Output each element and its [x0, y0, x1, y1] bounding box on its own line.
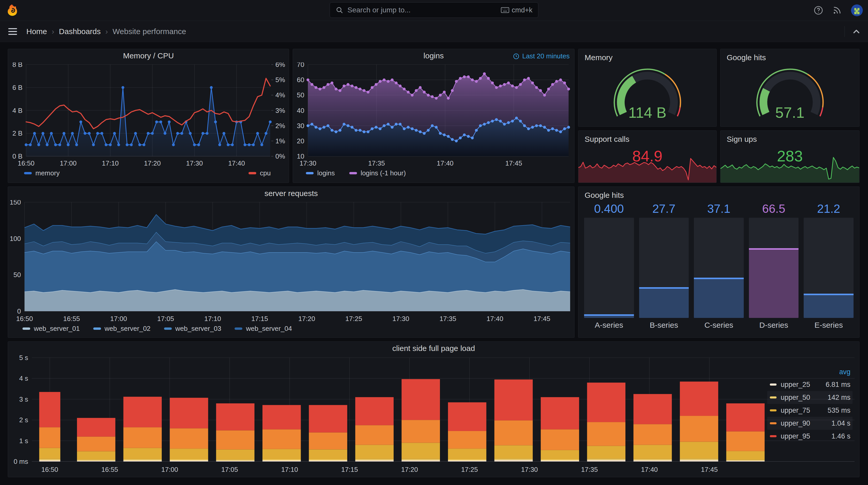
- search-icon: [336, 6, 343, 14]
- svg-text:40: 40: [297, 107, 304, 115]
- legend-item-memory[interactable]: memory: [24, 169, 60, 177]
- legend-header-avg[interactable]: avg: [767, 368, 852, 376]
- svg-text:16:50: 16:50: [18, 159, 34, 167]
- svg-text:17:00: 17:00: [161, 465, 178, 473]
- support-calls-sparkline[interactable]: [579, 154, 716, 183]
- svg-text:0%: 0%: [275, 152, 285, 160]
- svg-text:16:50: 16:50: [41, 465, 58, 473]
- panel-logins: logins Last 20 minutes 1020304050607017:…: [293, 49, 575, 183]
- client-load-legend: avg upper_256.81 ms upper_50142 ms upper…: [767, 368, 852, 443]
- legend-item-upper-95[interactable]: upper_951.46 s: [767, 430, 852, 443]
- svg-text:70: 70: [297, 63, 304, 68]
- svg-text:17:10: 17:10: [204, 315, 221, 323]
- panel-google-hits-bars: Google hits 0.400 A-series 27.7 B-series…: [578, 187, 860, 338]
- svg-text:30: 30: [297, 122, 304, 130]
- svg-text:17:05: 17:05: [221, 465, 238, 473]
- sign-ups-sparkline[interactable]: [720, 154, 859, 183]
- breadcrumb-separator: ›: [105, 27, 108, 36]
- svg-text:3 s: 3 s: [19, 395, 28, 403]
- svg-text:17:30: 17:30: [186, 159, 203, 167]
- svg-text:2%: 2%: [275, 122, 285, 130]
- breadcrumb-bar: Home › Dashboards › Website performance: [0, 21, 868, 42]
- bar-gauge[interactable]: 0.400 A-series 27.7 B-series 37.1 C-seri…: [579, 200, 859, 332]
- svg-text:20: 20: [297, 137, 304, 145]
- legend-item-cpu[interactable]: cpu: [249, 169, 271, 177]
- gauge-value: 57.1: [720, 104, 859, 121]
- panel-client-load: client side full page load 0 ms1 s2 s3 s…: [8, 342, 860, 477]
- client-load-chart[interactable]: 0 ms1 s2 s3 s4 s5 s16:5016:5517:0017:051…: [10, 355, 859, 477]
- bar-gauge-d-series: 66.5 D-series: [749, 202, 799, 331]
- svg-text:17:10: 17:10: [281, 465, 298, 473]
- legend-item-web-server-04[interactable]: web_server_04: [235, 325, 292, 333]
- svg-text:10: 10: [297, 152, 304, 160]
- breadcrumb-current: Website performance: [113, 27, 186, 36]
- svg-text:50: 50: [297, 91, 304, 99]
- breadcrumb-dashboards[interactable]: Dashboards: [59, 27, 101, 36]
- svg-text:17:15: 17:15: [251, 315, 268, 323]
- svg-text:4 B: 4 B: [12, 107, 23, 115]
- logins-chart[interactable]: 1020304050607017:3017:3517:4017:45: [295, 63, 574, 169]
- time-range-label[interactable]: Last 20 minutes: [513, 52, 570, 60]
- top-nav: Search or jump to... cmd+k: [0, 0, 868, 21]
- panel-title[interactable]: server requests: [8, 187, 574, 200]
- help-icon[interactable]: [814, 6, 823, 15]
- svg-text:17:35: 17:35: [368, 159, 385, 167]
- legend-item-upper-50[interactable]: upper_50142 ms: [767, 391, 852, 404]
- keyboard-icon: [501, 7, 509, 13]
- memory-cpu-chart[interactable]: 0 B2 B4 B6 B8 B0%1%2%3%4%5%6%16:5017:001…: [10, 63, 289, 169]
- legend-item-web-server-02[interactable]: web_server_02: [93, 325, 151, 333]
- svg-text:5 s: 5 s: [19, 355, 28, 361]
- clock-icon: [513, 53, 520, 60]
- svg-text:8 B: 8 B: [12, 63, 23, 68]
- svg-text:17:35: 17:35: [581, 465, 598, 473]
- svg-text:17:15: 17:15: [341, 465, 358, 473]
- user-avatar[interactable]: [851, 4, 863, 16]
- svg-text:6%: 6%: [275, 63, 285, 68]
- panel-title[interactable]: Memory: [579, 49, 716, 62]
- chevron-up-icon[interactable]: [851, 27, 861, 36]
- legend-item-web-server-01[interactable]: web_server_01: [23, 325, 80, 333]
- divider: [844, 26, 845, 37]
- svg-text:16:55: 16:55: [101, 465, 118, 473]
- breadcrumb-home[interactable]: Home: [26, 27, 47, 36]
- menu-icon[interactable]: [8, 28, 17, 35]
- legend-item-upper-90[interactable]: upper_901.04 s: [767, 417, 852, 430]
- svg-text:0 B: 0 B: [12, 152, 23, 160]
- panel-title[interactable]: Google hits: [579, 187, 859, 200]
- legend-item-web-server-03[interactable]: web_server_03: [164, 325, 221, 333]
- panel-title[interactable]: client side full page load: [8, 342, 859, 355]
- svg-text:17:20: 17:20: [401, 465, 418, 473]
- panel-title[interactable]: Memory / CPU: [8, 49, 289, 63]
- legend-item-logins-1h[interactable]: logins (-1 hour): [349, 169, 406, 177]
- search-placeholder: Search or jump to...: [347, 6, 501, 14]
- panel-sign-ups: Sign ups 283: [720, 130, 860, 183]
- svg-text:17:45: 17:45: [533, 315, 550, 323]
- bar-value: 0.400: [584, 202, 634, 218]
- svg-text:2 s: 2 s: [19, 416, 28, 424]
- news-feed-icon[interactable]: [832, 6, 842, 15]
- svg-text:0 ms: 0 ms: [14, 458, 28, 465]
- shortcut-hint: cmd+k: [501, 6, 532, 14]
- legend-item-logins[interactable]: logins: [306, 169, 335, 177]
- svg-text:4%: 4%: [275, 91, 285, 99]
- search-input[interactable]: Search or jump to... cmd+k: [330, 2, 538, 18]
- svg-text:17:20: 17:20: [299, 315, 315, 323]
- panel-title[interactable]: Sign ups: [720, 131, 859, 143]
- svg-text:50: 50: [13, 271, 21, 279]
- svg-text:17:05: 17:05: [157, 315, 174, 323]
- bar-gauge-a-series: 0.400 A-series: [584, 202, 634, 331]
- svg-text:60: 60: [297, 76, 304, 84]
- svg-text:5%: 5%: [275, 76, 285, 84]
- svg-text:17:30: 17:30: [521, 465, 538, 473]
- panel-title[interactable]: Support calls: [579, 131, 716, 143]
- legend-item-upper-25[interactable]: upper_256.81 ms: [767, 378, 852, 391]
- svg-text:17:35: 17:35: [439, 315, 456, 323]
- server-requests-chart[interactable]: 05010015016:5016:5517:0017:0517:1017:151…: [10, 200, 574, 324]
- bar-track: [584, 218, 634, 318]
- svg-text:100: 100: [10, 235, 21, 243]
- bar-gauge-c-series: 37.1 C-series: [694, 202, 744, 331]
- gauge-value: 114 B: [579, 104, 716, 121]
- grafana-logo-icon[interactable]: [7, 4, 18, 17]
- legend-item-upper-75[interactable]: upper_75535 ms: [767, 404, 852, 417]
- panel-title[interactable]: Google hits: [720, 49, 859, 62]
